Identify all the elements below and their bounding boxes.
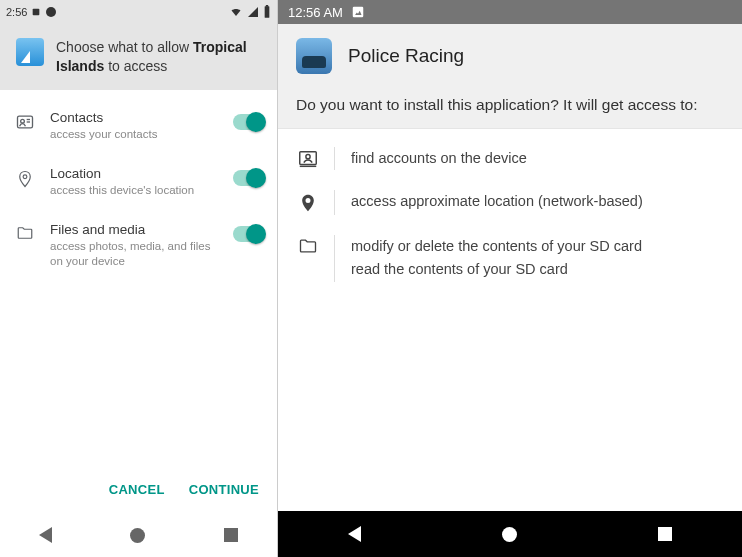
permission-row-location[interactable]: Location access this device's location [0,154,277,210]
signal-icon [247,6,259,18]
install-perm-location: access approximate location (network-bas… [278,180,742,225]
permission-row-files[interactable]: Files and media access photos, media, an… [0,210,277,281]
nav-recent-icon[interactable] [224,528,238,542]
svg-rect-3 [266,5,268,7]
nav-bar [278,511,742,557]
status-bar: 2:56 [0,0,277,24]
continue-button[interactable]: CONTINUE [189,482,259,497]
permission-dialog-left: 2:56 Choose what to allow Tropical Islan… [0,0,278,557]
install-perm-text: access approximate location (network-bas… [351,190,643,213]
permission-list: Contacts access your contacts Location a… [0,90,277,465]
install-perm-accounts: find accounts on the device [278,137,742,180]
svg-point-8 [23,175,27,179]
toggle-contacts[interactable] [233,114,263,130]
status-bar: 12:56 AM [278,0,742,24]
svg-rect-2 [265,6,270,18]
install-perm-text: find accounts on the device [351,147,527,170]
battery-icon [263,5,271,19]
dialog-header: Choose what to allow Tropical Islands to… [0,24,277,90]
app-icon [296,38,332,74]
install-permissions: find accounts on the device access appro… [278,129,742,292]
permission-title: Location [50,166,219,181]
permission-title: Contacts [50,110,219,125]
location-icon [296,190,320,215]
permission-row-contacts[interactable]: Contacts access your contacts [0,98,277,154]
accounts-icon [296,147,320,170]
folder-icon [296,235,320,256]
title-prefix: Choose what to allow [56,39,193,55]
location-icon [14,166,36,190]
wifi-icon [229,6,243,18]
app-title: Police Racing [348,45,464,67]
dnd-icon [45,6,57,18]
dialog-footer: CANCEL CONTINUE [0,465,277,513]
install-header: Police Racing [278,24,742,88]
nav-home-icon[interactable] [130,528,145,543]
nav-back-icon[interactable] [39,527,52,543]
install-perm-line: read the contents of your SD card [351,258,642,281]
install-dialog-right: 12:56 AM Police Racing Do you want to in… [278,0,742,557]
toggle-files[interactable] [233,226,263,242]
nav-home-icon[interactable] [502,527,517,542]
svg-point-1 [46,7,56,17]
permission-title: Files and media [50,222,219,237]
notification-icon [31,7,41,17]
install-perm-storage: modify or delete the contents of your SD… [278,225,742,291]
status-time: 12:56 AM [288,5,343,20]
image-icon [351,5,365,19]
svg-rect-9 [353,7,364,18]
permission-desc: access this device's location [50,183,219,198]
dialog-title: Choose what to allow Tropical Islands to… [56,38,261,76]
nav-bar [0,513,277,557]
install-perm-text: modify or delete the contents of your SD… [351,235,642,281]
app-icon [16,38,44,66]
contacts-icon [14,110,36,132]
cancel-button[interactable]: CANCEL [109,482,165,497]
install-question: Do you want to install this application?… [278,88,742,129]
svg-point-11 [306,155,310,159]
install-perm-line: modify or delete the contents of your SD… [351,235,642,258]
nav-back-icon[interactable] [348,526,361,542]
permission-desc: access your contacts [50,127,219,142]
status-time: 2:56 [6,6,27,18]
svg-rect-0 [33,9,40,16]
toggle-location[interactable] [233,170,263,186]
svg-point-5 [21,119,25,123]
permission-desc: access photos, media, and files on your … [50,239,219,269]
title-suffix: to access [104,58,167,74]
folder-icon [14,222,36,242]
nav-recent-icon[interactable] [658,527,672,541]
